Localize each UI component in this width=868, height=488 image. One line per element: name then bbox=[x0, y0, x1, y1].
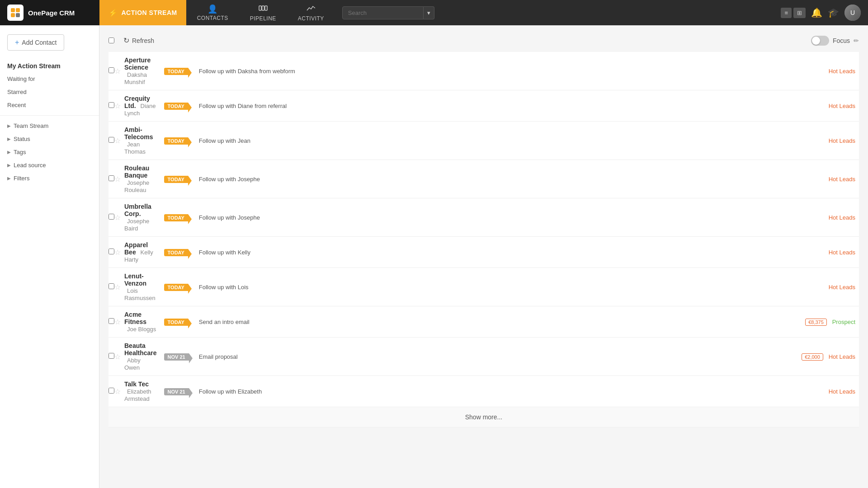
edit-icon[interactable]: ✏ bbox=[854, 37, 859, 44]
status-label: Status bbox=[14, 136, 30, 142]
list-view-button[interactable]: ≡ bbox=[781, 8, 792, 18]
focus-toggle[interactable] bbox=[811, 36, 829, 46]
star-cell[interactable]: ☆ bbox=[114, 338, 121, 376]
tag-label[interactable]: Hot Leads bbox=[829, 284, 855, 291]
contact-person: Lois Rasmussen bbox=[124, 287, 156, 301]
star-cell[interactable]: ☆ bbox=[114, 376, 121, 407]
search-dropdown-button[interactable]: ▾ bbox=[424, 6, 434, 19]
row-checkbox-cell bbox=[108, 376, 114, 407]
sidebar-divider-1 bbox=[0, 115, 99, 116]
tag-label[interactable]: Hot Leads bbox=[829, 353, 855, 360]
sidebar-item-recent[interactable]: Recent bbox=[0, 99, 99, 112]
sidebar-item-lead-source[interactable]: ▶ Lead source bbox=[0, 159, 99, 172]
contact-info-cell: Beauta Healthcare Abby Owen bbox=[121, 338, 160, 376]
show-more-row[interactable]: Show more... bbox=[108, 407, 859, 427]
toolbar: ↻ Refresh Focus ✏ bbox=[108, 34, 859, 47]
team-stream-label: Team Stream bbox=[14, 122, 48, 129]
tag-label[interactable]: Hot Leads bbox=[829, 68, 855, 75]
table-row: ☆ Talk Tec Elizabeth Armstead NOV 21 Fol… bbox=[108, 376, 859, 407]
contact-company[interactable]: Ambi-Telecoms bbox=[124, 126, 153, 141]
badge-cell: TODAY bbox=[160, 90, 195, 122]
star-cell[interactable]: ☆ bbox=[114, 160, 121, 198]
sidebar-item-team-stream[interactable]: ▶ Team Stream bbox=[0, 119, 99, 132]
star-cell[interactable]: ☆ bbox=[114, 268, 121, 306]
grid-view-button[interactable]: ⊞ bbox=[793, 8, 806, 18]
contact-company[interactable]: Lenut-Venzon bbox=[124, 272, 146, 287]
focus-area: Focus ✏ bbox=[811, 36, 859, 46]
sidebar-item-waiting-for[interactable]: Waiting for bbox=[0, 72, 99, 85]
row-checkbox[interactable] bbox=[108, 175, 114, 181]
star-cell[interactable]: ☆ bbox=[114, 90, 121, 122]
show-more-button[interactable]: Show more... bbox=[108, 407, 859, 427]
tab-pipeline[interactable]: PIPELINE bbox=[239, 0, 287, 25]
row-checkbox-cell bbox=[108, 160, 114, 198]
row-checkbox[interactable] bbox=[108, 137, 114, 143]
contact-info-cell: Aperture Science Daksha Munshif bbox=[121, 52, 160, 90]
select-all-checkbox[interactable] bbox=[108, 38, 114, 43]
refresh-button[interactable]: ↻ Refresh bbox=[120, 34, 158, 47]
table-row: ☆ Apparel Bee Kelly Harty TODAY Follow u… bbox=[108, 237, 859, 268]
sidebar: + Add Contact My Action Stream Waiting f… bbox=[0, 25, 99, 488]
contact-company[interactable]: Talk Tec bbox=[124, 380, 149, 388]
row-checkbox[interactable] bbox=[108, 388, 114, 394]
row-checkbox[interactable] bbox=[108, 283, 114, 289]
action-stream-tab[interactable]: ⚡ ACTION STREAM bbox=[99, 0, 186, 25]
contact-info-cell: Acme Fitness Joe Bloggs bbox=[121, 306, 160, 338]
add-contact-button[interactable]: + Add Contact bbox=[7, 34, 64, 51]
team-stream-arrow-icon: ▶ bbox=[7, 123, 11, 128]
contacts-icon: 👤 bbox=[208, 4, 218, 14]
tag-label[interactable]: Hot Leads bbox=[829, 214, 855, 221]
star-cell[interactable]: ☆ bbox=[114, 198, 121, 237]
tag-label[interactable]: Prospect bbox=[832, 319, 855, 325]
table-row: ☆ Beauta Healthcare Abby Owen NOV 21 Ema… bbox=[108, 338, 859, 376]
recent-label: Recent bbox=[7, 102, 26, 108]
action-text: Email proposal bbox=[199, 353, 238, 360]
tags-arrow-icon: ▶ bbox=[7, 150, 11, 155]
action-text: Follow up with Diane from referral bbox=[199, 103, 287, 109]
activity-icon bbox=[307, 4, 316, 14]
view-toggle: ≡ ⊞ bbox=[781, 8, 806, 18]
tag-label[interactable]: Hot Leads bbox=[829, 137, 855, 144]
contact-company[interactable]: Aperture Science bbox=[124, 56, 151, 71]
graduation-button[interactable]: 🎓 bbox=[828, 7, 839, 18]
row-checkbox-cell bbox=[108, 52, 114, 90]
add-contact-label: Add Contact bbox=[22, 39, 57, 46]
tab-contacts[interactable]: 👤 CONTACTS bbox=[186, 0, 239, 25]
star-cell[interactable]: ☆ bbox=[114, 237, 121, 268]
contact-company[interactable]: Beauta Healthcare bbox=[124, 342, 157, 357]
sidebar-item-tags[interactable]: ▶ Tags bbox=[0, 145, 99, 159]
tag-label[interactable]: Hot Leads bbox=[829, 249, 855, 256]
sidebar-item-starred[interactable]: Starred bbox=[0, 85, 99, 99]
contact-company[interactable]: Rouleau Banque bbox=[124, 164, 149, 179]
star-cell[interactable]: ☆ bbox=[114, 52, 121, 90]
contact-company[interactable]: Umbrella Corp. bbox=[124, 203, 151, 217]
contact-person: Elizabeth Armstead bbox=[124, 388, 151, 402]
tag-label[interactable]: Hot Leads bbox=[829, 176, 855, 183]
pipeline-icon bbox=[259, 4, 268, 14]
star-cell[interactable]: ☆ bbox=[114, 122, 121, 160]
row-checkbox[interactable] bbox=[108, 249, 114, 254]
sidebar-item-filters[interactable]: ▶ Filters bbox=[0, 172, 99, 185]
tag-label[interactable]: Hot Leads bbox=[829, 103, 855, 109]
action-text: Follow up with Elizabeth bbox=[199, 388, 262, 395]
row-checkbox[interactable] bbox=[108, 353, 114, 359]
focus-label: Focus bbox=[833, 37, 850, 44]
date-badge: TODAY bbox=[164, 176, 188, 183]
tab-activity[interactable]: ACTIVITY bbox=[287, 0, 335, 25]
star-cell[interactable]: ☆ bbox=[114, 306, 121, 338]
notifications-button[interactable]: 🔔 bbox=[811, 7, 822, 18]
svg-rect-4 bbox=[259, 6, 261, 10]
contact-company[interactable]: Acme Fitness bbox=[124, 311, 146, 325]
tag-label[interactable]: Hot Leads bbox=[829, 388, 855, 395]
row-checkbox[interactable] bbox=[108, 318, 114, 324]
tag-cell: Hot Leads bbox=[798, 90, 859, 122]
avatar[interactable]: U bbox=[844, 5, 861, 21]
search-input[interactable] bbox=[342, 6, 424, 19]
sidebar-item-status[interactable]: ▶ Status bbox=[0, 132, 99, 145]
row-checkbox[interactable] bbox=[108, 102, 114, 108]
refresh-icon: ↻ bbox=[123, 36, 129, 45]
contact-person: Abby Owen bbox=[124, 357, 141, 371]
action-cell: Follow up with Kelly bbox=[195, 237, 798, 268]
row-checkbox[interactable] bbox=[108, 214, 114, 220]
row-checkbox[interactable] bbox=[108, 67, 114, 73]
